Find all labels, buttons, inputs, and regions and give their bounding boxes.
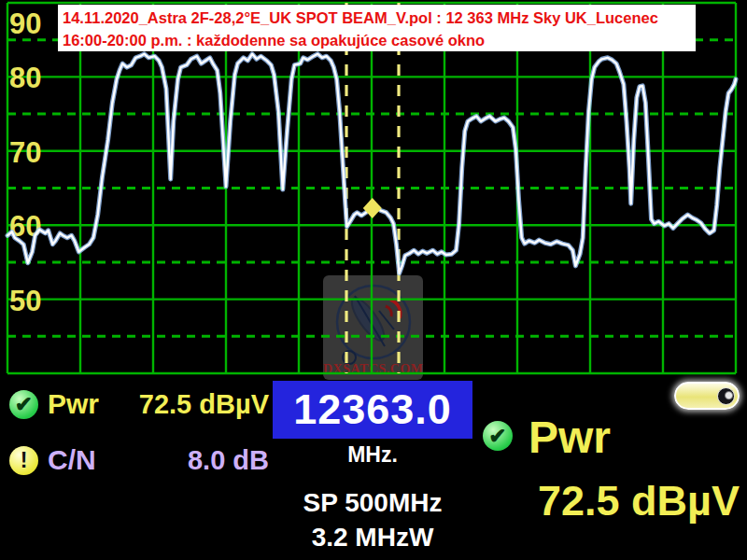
span-label: SP 500MHz (261, 488, 485, 518)
spectrum-trace-glow (7, 54, 736, 273)
cn-warning-icon: ! (9, 446, 38, 475)
dxsatcs-watermark: DXSATCS.COM (323, 275, 423, 380)
pwr-value: 72.5 dBµV (139, 389, 269, 420)
y-axis-tick-label: 90 (9, 7, 41, 40)
watermark-text: DXSATCS.COM (323, 362, 423, 377)
spectrum-analyzer-screen: DXSATCS.COM 9080706050 14.11.2020_Astra … (0, 0, 747, 560)
y-axis-tick-label: 80 (9, 62, 41, 94)
readout-panel: ✔ Pwr 72.5 dBµV ! C/N 8.0 dB 12363.0 MHz… (0, 376, 747, 560)
center-frequency-value: 12363.0 (293, 385, 452, 434)
pwr-label: Pwr (48, 388, 99, 420)
battery-cap (717, 387, 735, 405)
pwr-readout-row: ✔ Pwr 72.5 dBµV (9, 388, 269, 420)
y-axis-tick-label: 70 (9, 136, 41, 169)
big-pwr-value: 72.5 dBµV (467, 477, 740, 525)
frequency-unit-label: MHz. (273, 442, 472, 468)
y-axis-tick-label: 60 (9, 210, 41, 243)
check-glyph: ✔ (15, 394, 33, 415)
cn-label: C/N (48, 444, 96, 476)
marker-diamond-icon (363, 198, 382, 218)
big-pwr-label: Pwr (529, 412, 611, 463)
y-axis-tick-label: 50 (9, 285, 41, 317)
rbw-label: 3.2 MHzW (261, 523, 485, 553)
battery-icon (674, 382, 740, 410)
cn-readout-row: ! C/N 8.0 dB (9, 444, 269, 476)
center-frequency-display: 12363.0 (273, 381, 472, 439)
annotation-banner: 14.11.2020_Astra 2F-28,2°E_UK SPOT BEAM_… (58, 5, 696, 51)
spectrum-trace (7, 54, 736, 273)
cn-value: 8.0 dB (188, 445, 269, 476)
exclamation-glyph: ! (21, 450, 28, 471)
banner-line-2: 16:00-20:00 p.m. : každodenne sa opakujú… (63, 29, 696, 51)
pwr-ok-check-icon: ✔ (9, 390, 38, 419)
check-glyph: ✔ (488, 426, 506, 447)
big-pwr-check-icon: ✔ (483, 421, 513, 451)
banner-line-1: 14.11.2020_Astra 2F-28,2°E_UK SPOT BEAM_… (63, 7, 696, 29)
